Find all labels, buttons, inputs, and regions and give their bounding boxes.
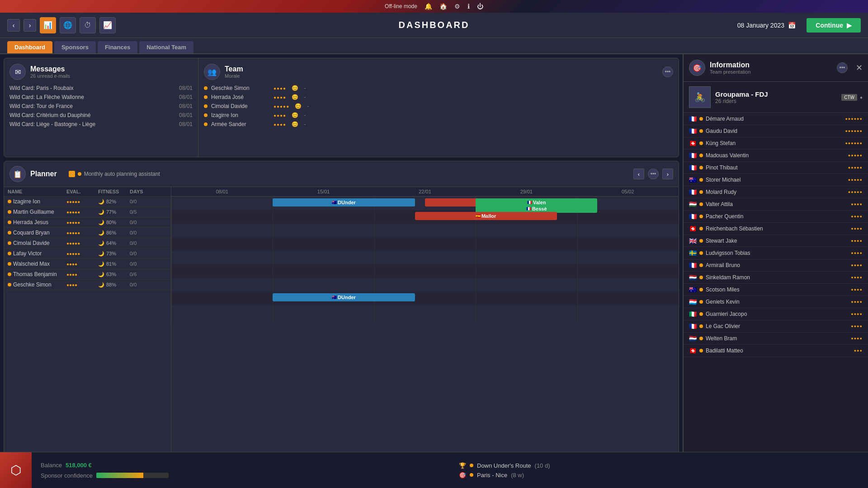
rider-info-item[interactable]: 🇳🇱 Sinkeldam Ramon ●●●● xyxy=(684,272,868,284)
tab-bar: Dashboard Sponsors Finances National Tea… xyxy=(0,38,868,54)
planner-row[interactable]: Izagirre Ion ●●●●● 🌙 82% 0/0 xyxy=(4,197,171,207)
ctw-toggle[interactable]: ● xyxy=(860,95,863,100)
event-duration-1: (8 w) xyxy=(511,472,524,479)
calendar-icon[interactable]: 📅 xyxy=(788,22,796,29)
rider-info-item[interactable]: 🇳🇱 Welten Bram ●●●● xyxy=(684,333,868,345)
rider-info-item[interactable]: 🇫🇷 Armirail Bruno ●●●● xyxy=(684,259,868,272)
rider-info-item[interactable]: 🇭🇺 Valter Attila ●●●● xyxy=(684,198,868,211)
calendar-event[interactable]: 🇪🇸Mallor xyxy=(415,212,557,220)
rider-name: Gaudu David xyxy=(706,128,842,134)
team-rider-item[interactable]: Armée Sander ●●●● 😊 - xyxy=(204,120,673,129)
bottom-stats: Balance 518,000 € Sponsor confidence xyxy=(32,462,450,479)
clock-icon[interactable]: ⏱ xyxy=(80,17,96,33)
checkbox-check: ✓ xyxy=(69,171,75,177)
planner-row[interactable]: Coquard Bryan ●●●●● 🌙 86% 0/0 xyxy=(4,228,171,238)
rider-stars: ●●●● xyxy=(851,239,863,243)
messages-icon: ✉ xyxy=(9,64,26,80)
info-more-button[interactable]: ••• xyxy=(837,62,848,73)
message-item[interactable]: Wild Card: Paris - Roubaix 08/01 xyxy=(9,84,193,93)
rider-dot xyxy=(699,129,703,133)
rider-info-item[interactable]: 🇨🇭 Reichenbach Sébastien ●●●● xyxy=(684,223,868,235)
rider-info-item[interactable]: 🇸🇪 Ludvigsson Tobias ●●●● xyxy=(684,247,868,259)
calendar-body: 🇦🇺DUnder🇪🇸Mallor🇫🇷Valen🇫🇷Bessè🇪🇸Mallor🇦🇺… xyxy=(171,197,679,323)
globe-icon[interactable]: 🌐 xyxy=(60,17,76,33)
col-header-eval: EVAL. xyxy=(66,189,98,194)
planner-prev-button[interactable]: ‹ xyxy=(633,169,644,179)
message-item[interactable]: Wild Card: La Flèche Wallonne 08/01 xyxy=(9,93,193,102)
planner-row[interactable]: Cimolai Davide ●●●●● 🌙 64% 0/0 xyxy=(4,238,171,249)
message-item[interactable]: Wild Card: Critérium du Dauphiné 08/01 xyxy=(9,111,193,120)
event-name-1: Paris - Nice xyxy=(477,472,507,479)
rider-name: Pacher Quentin xyxy=(706,213,848,220)
chart-icon[interactable]: 📈 xyxy=(99,17,116,33)
power-icon[interactable]: ⏻ xyxy=(477,3,483,10)
dashboard-icon[interactable]: 📊 xyxy=(40,17,56,33)
bell-icon[interactable]: 🔔 xyxy=(425,3,432,10)
tab-national-team[interactable]: National Team xyxy=(139,41,193,53)
rider-name: Armirail Bruno xyxy=(706,262,848,268)
planner-row[interactable]: Herrada Jesus ●●●●● 🌙 80% 0/0 xyxy=(4,217,171,228)
team-rider-item[interactable]: Geschke Simon ●●●● 😊 - xyxy=(204,84,673,93)
forward-button[interactable]: › xyxy=(24,19,36,32)
info-icon[interactable]: ℹ xyxy=(467,3,470,10)
rider-info-item[interactable]: 🇮🇹 Guarnieri Jacopo ●●●● xyxy=(684,308,868,320)
col-header-fitness: FITNESS xyxy=(98,189,130,194)
team-icon: 👥 xyxy=(204,64,220,80)
calendar-event[interactable]: 🇦🇺DUnder xyxy=(273,293,415,301)
planner-row[interactable]: Martin Guillaume ●●●●● 🌙 77% 0/5 xyxy=(4,207,171,217)
planner-row[interactable]: Lafay Victor ●●●●● 🌙 73% 0/0 xyxy=(4,249,171,259)
rider-info-item[interactable]: 🇦🇺 Scotson Miles ●●●● xyxy=(684,284,868,296)
rider-stars: ●●●● xyxy=(851,336,863,341)
team-rider-item[interactable]: Cimolai Davide ●●●●● 😊 - xyxy=(204,102,673,111)
rider-info-item[interactable]: 🇫🇷 Le Gac Olivier ●●●● xyxy=(684,320,868,333)
rider-status-dot xyxy=(204,86,208,90)
team-subtitle: Morale xyxy=(225,73,243,79)
rider-list: 🇫🇷 Démare Arnaud ●●●●●● 🇫🇷 Gaudu David ●… xyxy=(684,113,868,488)
rider-info-item[interactable]: 🇬🇧 Stewart Jake ●●●● xyxy=(684,235,868,247)
rider-info-item[interactable]: 🇨🇭 Badilatti Matteo ●●● xyxy=(684,345,868,357)
continue-button[interactable]: Continue ▶ xyxy=(807,18,861,33)
auto-planning-checkbox[interactable]: ✓ Monthly auto planning assistant xyxy=(69,171,160,177)
team-badge: ⬡ xyxy=(0,452,32,488)
team-more-button[interactable]: ••• xyxy=(662,66,673,77)
information-panel: 🎯 Information Team presentation ••• ✕ 🚴 … xyxy=(683,54,868,488)
planner-row[interactable]: Thomas Benjamin ●●●● 🌙 63% 0/6 xyxy=(4,269,171,280)
cal-date-4: 05/02 xyxy=(577,189,679,194)
rider-info-item[interactable]: 🇫🇷 Madouas Valentin ●●●●● xyxy=(684,150,868,162)
rider-name: Reichenbach Sébastien xyxy=(706,225,848,232)
message-item[interactable]: Wild Card: Liège - Bastogne - Liège 08/0… xyxy=(9,120,193,129)
message-item[interactable]: Wild Card: Tour de France 08/01 xyxy=(9,102,193,111)
tab-sponsors[interactable]: Sponsors xyxy=(54,41,96,53)
planner-more-button[interactable]: ••• xyxy=(648,169,659,179)
tab-dashboard[interactable]: Dashboard xyxy=(7,41,52,53)
team-rider-item[interactable]: Izagirre Ion ●●●● 😊 - xyxy=(204,111,673,120)
planner-next-button[interactable]: › xyxy=(662,169,673,179)
info-header: 🎯 Information Team presentation ••• ✕ xyxy=(684,54,868,82)
info-close-button[interactable]: ✕ xyxy=(856,63,863,73)
rider-info-item[interactable]: 🇱🇺 Geniets Kevin ●●●● xyxy=(684,296,868,308)
gear-icon[interactable]: ⚙ xyxy=(454,3,460,10)
tab-finances[interactable]: Finances xyxy=(98,41,137,53)
planner-row[interactable]: Geschke Simon ●●●● 🌙 88% 0/0 xyxy=(4,280,171,290)
planner-row[interactable]: Walscheid Max ●●●● 🌙 81% 0/0 xyxy=(4,259,171,269)
team-info-row[interactable]: 🚴 Groupama - FDJ 26 riders CTW ● xyxy=(684,82,868,113)
rider-flag: 🇳🇱 xyxy=(689,335,697,342)
event-row[interactable]: 🏆 Down Under's Route (10 d) xyxy=(459,462,859,469)
home-icon[interactable]: 🏠 xyxy=(439,3,447,10)
event-row-2[interactable]: 🎯 Paris - Nice (8 w) xyxy=(459,472,859,479)
rider-info-item[interactable]: 🇫🇷 Gaudu David ●●●●●● xyxy=(684,125,868,137)
calendar-event[interactable]: 🇦🇺DUnder xyxy=(273,198,415,206)
arrow-right-icon: ▶ xyxy=(847,22,852,29)
rider-stars: ●●●● xyxy=(851,214,863,219)
info-panel-subtitle: Team presentation xyxy=(710,69,751,75)
team-rider-item[interactable]: Herrada José ●●●● 😊 - xyxy=(204,93,673,102)
rider-info-item[interactable]: 🇫🇷 Pacher Quentin ●●●● xyxy=(684,211,868,223)
rider-info-item[interactable]: 🇫🇷 Molard Rudy ●●●●● xyxy=(684,186,868,198)
rider-name: Pinot Thibaut xyxy=(706,164,845,171)
rider-info-item[interactable]: 🇨🇭 Küng Stefan ●●●●●● xyxy=(684,137,868,150)
rider-info-item[interactable]: 🇫🇷 Démare Arnaud ●●●●●● xyxy=(684,113,868,125)
rider-info-item[interactable]: 🇦🇺 Storer Michael ●●●●● xyxy=(684,174,868,186)
rider-info-item[interactable]: 🇫🇷 Pinot Thibaut ●●●●● xyxy=(684,162,868,174)
rider-flag: 🇨🇭 xyxy=(689,347,697,354)
back-button[interactable]: ‹ xyxy=(7,19,20,32)
